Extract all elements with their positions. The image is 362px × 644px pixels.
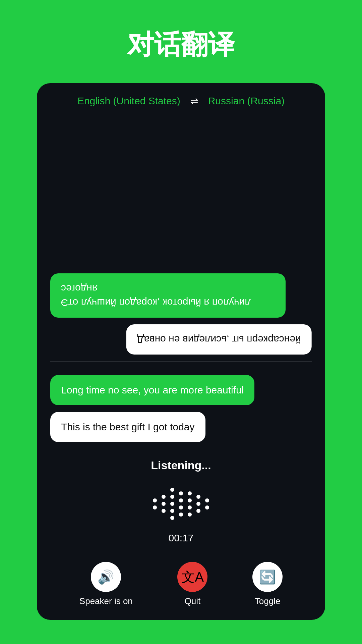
wave-col-3 bbox=[170, 488, 174, 520]
toggle-button[interactable]: 🔄 bbox=[252, 562, 283, 592]
green-normal-bubble: Long time no see, you are more beautiful bbox=[50, 375, 254, 405]
dot bbox=[179, 491, 183, 495]
chat-area: Это лучший подарок, который я получил се… bbox=[37, 119, 325, 449]
dot bbox=[196, 495, 200, 499]
main-card: English (United States) ⇌ Russian (Russi… bbox=[37, 83, 325, 620]
dot bbox=[170, 488, 174, 492]
dot bbox=[196, 502, 200, 506]
dot bbox=[188, 498, 192, 502]
dot bbox=[162, 495, 166, 499]
dot bbox=[170, 516, 174, 520]
lower-chat: Long time no see, you are more beautiful… bbox=[50, 368, 312, 442]
listening-label: Listening... bbox=[151, 459, 211, 472]
flipped-green-bubble: Это лучший подарок, который я получил се… bbox=[50, 273, 286, 318]
page-title: 对话翻译 bbox=[127, 27, 235, 63]
lang-left-label[interactable]: English (United States) bbox=[77, 95, 180, 107]
dot bbox=[188, 491, 192, 495]
quit-control: 文A Quit bbox=[177, 562, 207, 606]
wave-col-5 bbox=[188, 491, 192, 517]
toggle-label: Toggle bbox=[255, 596, 281, 606]
dot bbox=[188, 513, 192, 517]
wave-col-1 bbox=[153, 498, 157, 509]
waveform-container bbox=[153, 482, 209, 526]
flipped-white-bubble: Давно не виделись, ты прекрасней bbox=[126, 324, 312, 355]
speaker-label: Speaker is on bbox=[79, 596, 133, 606]
wave-col-4 bbox=[179, 491, 183, 517]
bottom-controls: 🔊 Speaker is on 文A Quit 🔄 Toggle bbox=[37, 558, 325, 620]
dot bbox=[179, 498, 183, 502]
speaker-button[interactable]: 🔊 bbox=[91, 562, 121, 592]
chat-divider bbox=[50, 361, 312, 362]
toggle-icon: 🔄 bbox=[259, 569, 276, 585]
lang-right-label[interactable]: Russian (Russia) bbox=[208, 95, 285, 107]
dot bbox=[162, 509, 166, 513]
lang-header: English (United States) ⇌ Russian (Russi… bbox=[37, 83, 325, 119]
quit-button[interactable]: 文A bbox=[177, 562, 207, 592]
speaker-icon: 🔊 bbox=[98, 569, 114, 585]
quit-label: Quit bbox=[185, 596, 201, 606]
upper-chat: Это лучший подарок, который я получил се… bbox=[50, 125, 312, 355]
dot bbox=[179, 505, 183, 509]
translate-icon: 文A bbox=[181, 568, 204, 586]
dot bbox=[170, 495, 174, 499]
toggle-control: 🔄 Toggle bbox=[252, 562, 283, 606]
timer-display: 00:17 bbox=[168, 532, 193, 544]
wave-col-6 bbox=[196, 495, 200, 513]
white-normal-bubble: This is the best gift I got today bbox=[50, 412, 205, 442]
dot bbox=[188, 505, 192, 509]
listening-area: Listening... bbox=[37, 449, 325, 558]
dot bbox=[179, 513, 183, 517]
dot bbox=[153, 498, 157, 502]
dot bbox=[205, 505, 209, 509]
dot bbox=[153, 505, 157, 509]
dot bbox=[170, 509, 174, 513]
speaker-control: 🔊 Speaker is on bbox=[79, 562, 133, 606]
wave-col-2 bbox=[162, 495, 166, 513]
wave-col-7 bbox=[205, 498, 209, 509]
dot bbox=[196, 509, 200, 513]
dot bbox=[205, 498, 209, 502]
dot bbox=[162, 502, 166, 506]
swap-icon[interactable]: ⇌ bbox=[190, 96, 198, 107]
dot bbox=[170, 502, 174, 506]
